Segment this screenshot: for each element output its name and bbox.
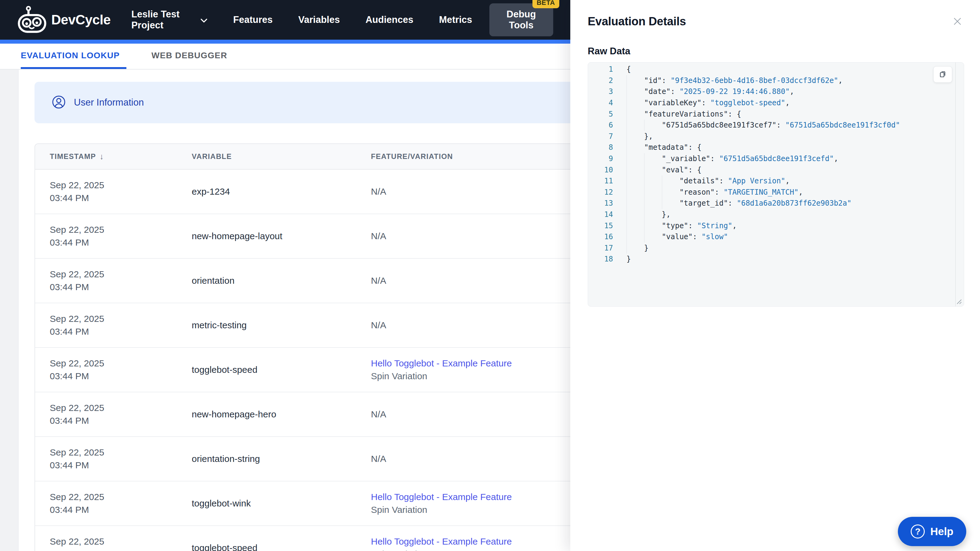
code-line: 18} (593, 254, 964, 265)
nav-item-metrics[interactable]: Metrics (439, 14, 472, 25)
row-variable: togglebot-speed (192, 365, 356, 375)
line-number: 2 (593, 76, 613, 85)
row-variable: new-homepage-hero (192, 409, 356, 419)
code-line: 8"metadata": { (593, 142, 964, 153)
help-label: Help (930, 526, 953, 538)
row-timestamp-date: Sep 22, 2025 (50, 446, 177, 459)
row-timestamp-time: 03:44 PM (50, 459, 177, 472)
row-timestamp-date: Sep 22, 2025 (50, 268, 177, 281)
code-line: 7}, (593, 131, 964, 142)
line-number: 15 (593, 221, 613, 230)
devcycle-robot-icon (17, 5, 47, 35)
panel-title: Evaluation Details (588, 15, 686, 28)
tabs-bar: EVALUATION LOOKUP WEB DEBUGGER (0, 44, 570, 70)
row-timestamp-date: Sep 22, 2025 (50, 491, 177, 503)
code-line: 10"eval": { (593, 164, 964, 175)
line-number: 6 (593, 121, 613, 129)
row-timestamp-time: 03:44 PM (50, 325, 177, 338)
main-content: User Information TIMESTAMP ↓ VARIABLE FE… (0, 70, 570, 551)
code-line: 14}, (593, 209, 964, 220)
code-scrollbar-track (955, 62, 956, 306)
raw-data-label: Raw Data (588, 46, 964, 57)
close-icon (952, 23, 963, 28)
line-number: 4 (593, 98, 613, 107)
debug-tools-button[interactable]: Debug Tools BETA (489, 3, 553, 36)
close-button[interactable] (951, 15, 964, 28)
row-timestamp-date: Sep 22, 2025 (50, 179, 177, 192)
column-header-variable[interactable]: VARIABLE (177, 144, 356, 169)
line-number: 5 (593, 110, 613, 118)
nav-item-audiences[interactable]: Audiences (366, 14, 414, 25)
row-variable: togglebot-wink (192, 498, 356, 508)
line-number: 12 (593, 188, 613, 197)
row-timestamp-date: Sep 22, 2025 (50, 313, 177, 325)
tab-web-debugger[interactable]: WEB DEBUGGER (151, 44, 234, 69)
project-switcher[interactable]: Leslie Test Project (131, 9, 208, 31)
row-timestamp-time: 03:44 PM (50, 503, 177, 516)
project-name: Leslie Test Project (131, 9, 196, 31)
top-nav: DevCycle Leslie Test Project Features Va… (0, 0, 570, 40)
code-line: 1{ (593, 64, 964, 75)
copy-icon (939, 70, 947, 79)
code-line: 15"type": "String", (593, 220, 964, 231)
code-line: 2"id": "9f3e4b32-6ebb-4d16-8bef-03dccf3d… (593, 75, 964, 86)
raw-data-code-block[interactable]: 1{2"id": "9f3e4b32-6ebb-4d16-8bef-03dccf… (588, 62, 964, 306)
code-line: 13"target_id": "68d1a6a20b873ff62e903b2a… (593, 198, 964, 209)
help-button[interactable]: ? Help (898, 517, 966, 546)
beta-badge: BETA (533, 0, 559, 8)
code-line: 9"_variable": "6751d5a65bdc8ee191f3cefd"… (593, 153, 964, 164)
line-number: 3 (593, 87, 613, 96)
code-line: 4"variableKey": "togglebot-speed", (593, 97, 964, 109)
line-number: 18 (593, 255, 613, 263)
line-number: 16 (593, 232, 613, 241)
line-number: 9 (593, 154, 613, 163)
line-number: 10 (593, 166, 613, 174)
nav-links: Features Variables Audiences Metrics (233, 14, 472, 25)
nav-item-variables[interactable]: Variables (298, 14, 340, 25)
debug-tools-label: Debug Tools (506, 9, 536, 30)
row-variable: metric-testing (192, 320, 356, 330)
row-variable: new-homepage-layout (192, 231, 356, 241)
code-line: 11"details": "App Version", (593, 175, 964, 187)
row-variable: togglebot-speed (192, 543, 356, 551)
column-header-timestamp[interactable]: TIMESTAMP ↓ (35, 144, 177, 169)
code-line: 6"6751d5a65bdc8ee191f3cef7": "6751d5a65b… (593, 120, 964, 131)
row-timestamp-date: Sep 22, 2025 (50, 402, 177, 414)
row-timestamp-time: 03:44 PM (50, 192, 177, 205)
row-timestamp-time: 03:44 PM (50, 236, 177, 249)
row-variable: exp-1234 (192, 186, 356, 197)
row-timestamp-date: Sep 22, 2025 (50, 535, 177, 548)
tab-evaluation-lookup[interactable]: EVALUATION LOOKUP (21, 44, 126, 69)
sort-desc-icon: ↓ (100, 152, 104, 161)
row-timestamp-time: 03:44 PM (50, 414, 177, 427)
line-number: 8 (593, 143, 613, 152)
accent-bar (0, 40, 570, 44)
row-variable: orientation-string (192, 454, 356, 464)
row-timestamp-time: 03:44 PM (50, 548, 177, 551)
chevron-down-icon (200, 14, 208, 25)
resize-handle[interactable] (955, 297, 963, 305)
code-line: 17} (593, 243, 964, 254)
code-line: 12"reason": "TARGETING_MATCH", (593, 187, 964, 198)
line-number: 17 (593, 244, 613, 252)
code-line: 5"featureVariations": { (593, 108, 964, 120)
row-variable: orientation (192, 275, 356, 286)
evaluation-details-panel: Evaluation Details Raw Data 1{2"id": "9f… (570, 0, 980, 551)
code-line: 16"value": "slow" (593, 231, 964, 243)
copy-button[interactable] (933, 66, 952, 83)
devcycle-logo[interactable]: DevCycle (17, 5, 111, 35)
line-number: 11 (593, 177, 613, 185)
line-number: 7 (593, 132, 613, 141)
line-number: 13 (593, 199, 613, 208)
brand-wordmark: DevCycle (51, 12, 111, 27)
question-circle-icon: ? (911, 524, 925, 538)
banner-title: User Information (74, 97, 144, 108)
row-timestamp-date: Sep 22, 2025 (50, 223, 177, 236)
row-timestamp-time: 03:44 PM (50, 281, 177, 294)
line-number: 14 (593, 210, 613, 219)
line-number: 1 (593, 65, 613, 73)
code-line: 3"date": "2025-09-22 19:44:46.880", (593, 86, 964, 97)
code-lines: 1{2"id": "9f3e4b32-6ebb-4d16-8bef-03dccf… (593, 64, 964, 265)
user-circle-icon (52, 95, 66, 110)
nav-item-features[interactable]: Features (233, 14, 273, 25)
